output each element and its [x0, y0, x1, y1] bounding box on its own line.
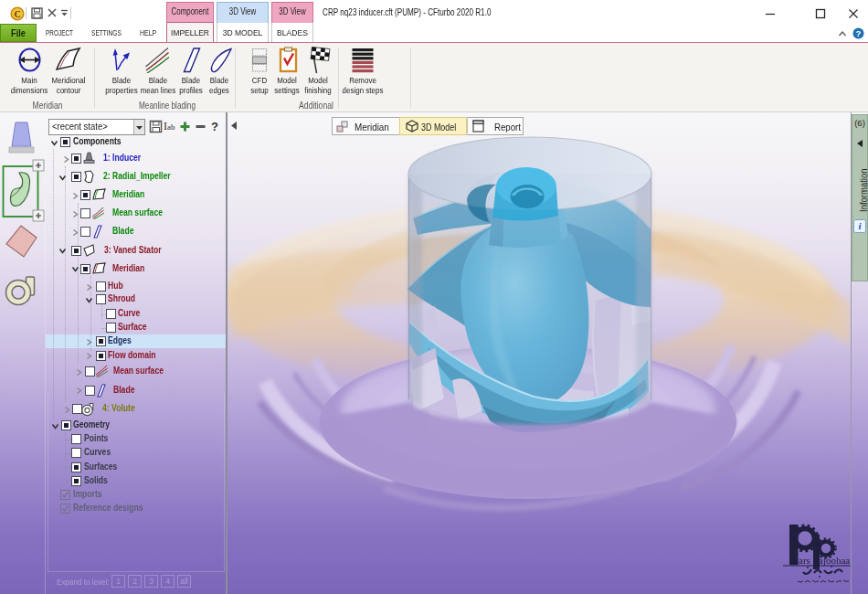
svg-text:?: ?	[856, 28, 862, 38]
svg-text:ajoohaan: ajoohaan	[819, 555, 851, 566]
svg-text:ars: ars	[799, 555, 810, 566]
svg-text:C: C	[14, 9, 20, 19]
